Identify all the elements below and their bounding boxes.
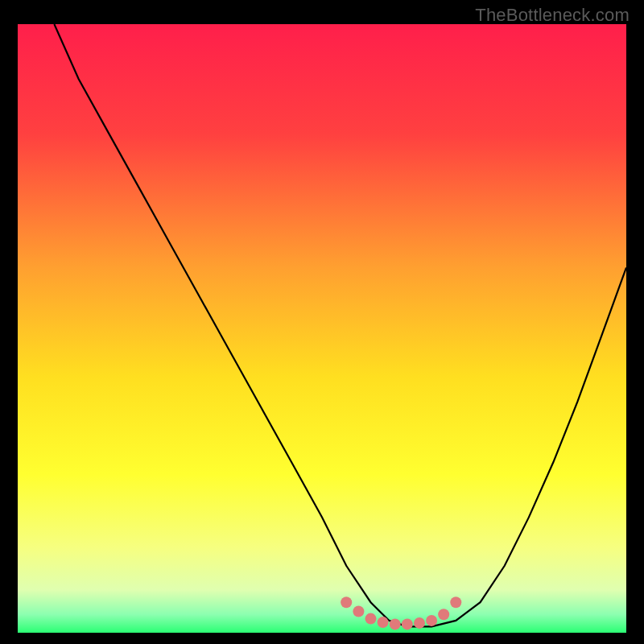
optimal-marker-dot bbox=[414, 617, 425, 629]
bottleneck-chart bbox=[18, 24, 626, 633]
optimal-marker-dot bbox=[390, 618, 401, 630]
optimal-marker-dot bbox=[378, 617, 389, 628]
optimal-marker-dot bbox=[438, 609, 449, 620]
optimal-marker-dot bbox=[341, 597, 352, 608]
optimal-marker-dot bbox=[365, 613, 377, 625]
optimal-marker-dot bbox=[426, 615, 437, 626]
chart-container bbox=[18, 24, 626, 633]
optimal-marker-dot bbox=[450, 597, 461, 608]
optimal-marker-dot bbox=[402, 618, 413, 630]
watermark-text: TheBottleneck.com bbox=[475, 5, 630, 26]
optimal-marker-dot bbox=[353, 606, 364, 617]
chart-background bbox=[18, 24, 626, 633]
